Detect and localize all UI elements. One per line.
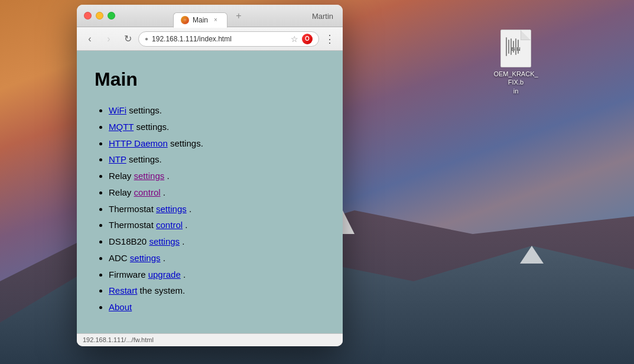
thermostat-control-prefix: Thermostat — [109, 220, 156, 230]
list-item: ADC settings . — [109, 250, 325, 266]
browser-window: ○ Main × + Martin ‹ › ↻ ● 192.168.1.111/… — [77, 5, 343, 346]
list-item: DS18B20 settings . — [109, 233, 325, 250]
opera-icon: O — [302, 34, 313, 44]
ds18b20-suffix: . — [182, 236, 184, 246]
status-bar: 192.168.1.111/.../fw.html — [77, 333, 343, 346]
adc-settings-link[interactable]: settings — [130, 253, 161, 263]
menu-list: WiFi settings. MQTT settings. HTTP Daemo… — [95, 102, 325, 316]
tab-title: Main — [193, 16, 208, 24]
new-tab-button[interactable]: + — [231, 8, 246, 24]
tab-bar: ○ Main × + — [173, 8, 246, 24]
list-item: Firmware upgrade . — [109, 266, 325, 283]
list-item: NTP settings. — [109, 151, 325, 168]
http-daemon-suffix: settings. — [170, 138, 203, 148]
list-item: Relay control . — [109, 184, 325, 201]
reload-button[interactable]: ↻ — [119, 31, 136, 47]
list-item: MQTT settings. — [109, 119, 325, 135]
ntp-suffix: settings. — [129, 154, 162, 164]
http-daemon-link[interactable]: HTTP Daemon — [109, 138, 168, 148]
list-item: Thermostat settings . — [109, 201, 325, 217]
mqtt-suffix: settings. — [136, 122, 169, 132]
about-link[interactable]: About — [109, 302, 132, 312]
thermostat-control-link[interactable]: control — [156, 220, 183, 230]
ds18b20-settings-link[interactable]: settings — [149, 236, 180, 246]
list-item: HTTP Daemon settings. — [109, 135, 325, 152]
relay-control-suffix: . — [163, 187, 165, 197]
bookmark-star-icon[interactable]: ☆ — [291, 34, 298, 44]
forward-button[interactable]: › — [100, 31, 117, 47]
thermostat-control-suffix: . — [185, 220, 187, 230]
title-bar: ○ Main × + Martin — [77, 5, 343, 27]
thermostat-settings-suffix: . — [189, 204, 191, 214]
firmware-suffix: . — [183, 269, 186, 280]
traffic-lights — [84, 12, 115, 20]
mqtt-link[interactable]: MQTT — [109, 122, 134, 132]
relay-settings-link[interactable]: settings — [134, 171, 165, 181]
tab-close-button[interactable]: × — [212, 16, 220, 24]
restart-link[interactable]: Restart — [109, 285, 137, 295]
restart-suffix: the system. — [140, 285, 186, 295]
wifi-suffix: settings. — [129, 105, 162, 115]
relay-settings-prefix: Relay — [109, 171, 134, 181]
relay-control-link[interactable]: control — [134, 187, 161, 197]
more-options-button[interactable]: ⋮ — [321, 31, 338, 47]
list-item: Thermostat control . — [109, 217, 325, 233]
relay-settings-suffix: . — [167, 171, 169, 181]
page-content: Main WiFi settings. MQTT settings. HTTP … — [77, 51, 343, 333]
list-item: WiFi settings. — [109, 102, 325, 119]
firmware-prefix: Firmware — [109, 269, 148, 280]
list-item: Restart the system. — [109, 282, 325, 299]
thermostat-settings-prefix: Thermostat — [109, 204, 156, 214]
status-text: 192.168.1.111/.../fw.html — [83, 336, 154, 343]
active-tab[interactable]: ○ Main × — [173, 12, 227, 28]
back-button[interactable]: ‹ — [82, 31, 98, 47]
ntp-link[interactable]: NTP — [109, 154, 126, 164]
desktop-background: BIN OEM_KRACK_FIX.b in — [0, 0, 634, 364]
desktop-file-icon[interactable]: BIN OEM_KRACK_FIX.b in — [492, 30, 539, 95]
adc-suffix: . — [163, 253, 165, 263]
list-item: About — [109, 299, 325, 316]
minimize-button[interactable] — [96, 12, 103, 20]
file-icon-graphic: BIN — [500, 30, 531, 67]
nav-bar: ‹ › ↻ ● 192.168.1.111/index.html ☆ O ⋮ — [77, 27, 343, 51]
close-button[interactable] — [84, 12, 92, 20]
adc-prefix: ADC — [109, 253, 130, 263]
file-icon-name: OEM_KRACK_FIX.b in — [492, 70, 539, 95]
page-title: Main — [95, 69, 325, 90]
wifi-link[interactable]: WiFi — [109, 105, 126, 115]
thermostat-settings-link[interactable]: settings — [156, 204, 187, 214]
address-lock-icon: ● — [145, 35, 148, 42]
ds18b20-prefix: DS18B20 — [109, 236, 149, 246]
address-text: 192.168.1.111/index.html — [152, 35, 287, 43]
tab-favicon: ○ — [181, 16, 189, 24]
user-name: Martin — [312, 11, 333, 20]
maximize-button[interactable] — [108, 12, 115, 20]
address-bar[interactable]: ● 192.168.1.111/index.html ☆ O — [138, 31, 319, 47]
firmware-upgrade-link[interactable]: upgrade — [148, 269, 181, 280]
relay-control-prefix: Relay — [109, 187, 134, 197]
list-item: Relay settings . — [109, 168, 325, 184]
